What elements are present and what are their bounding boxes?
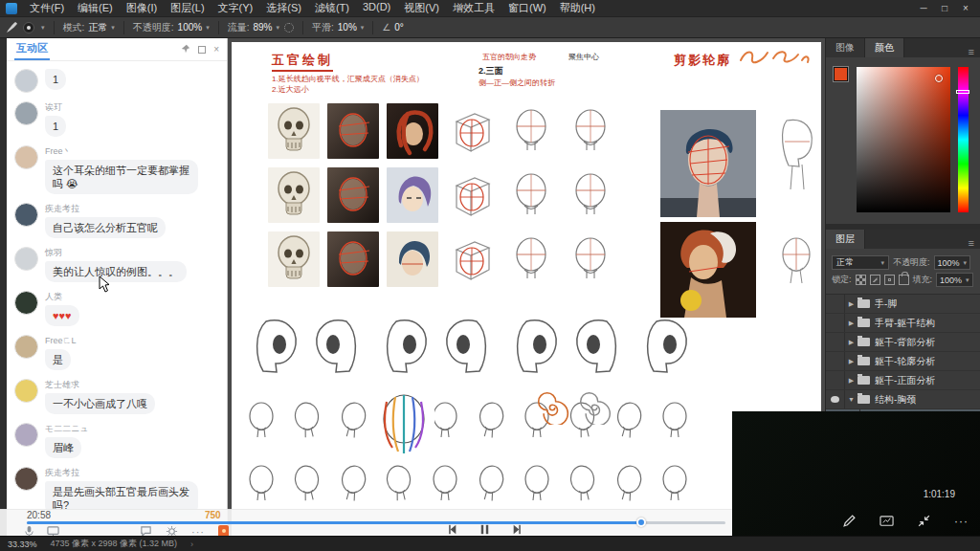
avatar[interactable] [14, 247, 38, 271]
layer-name: 手-脚 [875, 298, 897, 311]
expand-caret-icon[interactable] [845, 320, 858, 327]
menu-item[interactable]: 图层(L) [164, 1, 211, 15]
menu-item[interactable]: 文件(F) [23, 1, 71, 15]
ref-image-sketch [565, 103, 616, 159]
tab-image[interactable]: 图像 [826, 38, 865, 57]
pause-button[interactable] [478, 522, 492, 537]
visibility-toggle[interactable] [826, 314, 845, 332]
expand-caret-icon[interactable] [845, 396, 858, 403]
brush-tool-icon[interactable] [6, 21, 18, 33]
mouse-cursor [99, 276, 110, 297]
chat-username: FreeㄈL [45, 335, 77, 347]
expand-caret-icon[interactable] [845, 377, 858, 385]
saturation-picker[interactable] [857, 67, 950, 212]
lock-pixels-icon[interactable] [870, 275, 880, 285]
board-icon[interactable] [880, 514, 894, 528]
hue-marker[interactable] [956, 90, 969, 94]
ref-image-sketch [565, 231, 616, 287]
layer-opacity-value[interactable]: 100%▾ [934, 255, 971, 270]
layer-row[interactable]: 躯干-背部分析 [826, 333, 980, 352]
skip-back-button[interactable] [446, 522, 460, 537]
annotate-pen-icon[interactable] [842, 514, 857, 528]
brush-angle-control[interactable]: ∠ 0° [382, 22, 404, 33]
layers-panel: 图层 ≡ 正常▾ 不透明度: 100%▾ 锁定: [826, 230, 980, 429]
more-icon[interactable]: ··· [954, 515, 969, 528]
maximize-button[interactable]: □ [936, 3, 953, 13]
avatar[interactable] [14, 101, 38, 125]
pin-icon[interactable] [181, 44, 190, 55]
visibility-toggle[interactable] [826, 371, 845, 389]
angle-study-head [243, 398, 279, 442]
minimize-button[interactable]: ─ [915, 3, 932, 13]
lock-position-icon[interactable] [884, 275, 895, 285]
shrink-icon[interactable] [917, 514, 931, 528]
close-button[interactable]: × [957, 3, 974, 13]
avatar[interactable] [14, 291, 38, 315]
popout-icon[interactable] [198, 46, 206, 54]
zoom-level[interactable]: 33.33% [8, 540, 37, 549]
panel-menu-icon[interactable]: ≡ [963, 237, 980, 249]
menu-item[interactable]: 增效工具 [446, 1, 501, 15]
flow-control[interactable]: 流量: 89% ▾ [228, 21, 279, 34]
menu-item[interactable]: 文字(Y) [212, 1, 260, 15]
chevron-down-icon: ▾ [276, 24, 279, 32]
menu-item[interactable]: 帮助(H) [553, 1, 602, 15]
tab-layers[interactable]: 图层 [826, 230, 865, 249]
chat-close-icon[interactable]: × [213, 44, 219, 55]
blend-mode-dropdown[interactable]: 正常▾ [832, 255, 889, 270]
silhouette-title: 剪影轮廓 [674, 52, 731, 69]
hue-slider[interactable] [958, 67, 969, 212]
menu-item[interactable]: 滤镜(T) [308, 1, 356, 15]
brush-preset-preview[interactable] [23, 22, 34, 33]
visibility-toggle[interactable] [826, 352, 845, 370]
layer-row[interactable]: 躯干-轮廓分析 [826, 352, 980, 371]
lock-all-icon[interactable] [899, 275, 909, 285]
foreground-color-swatch[interactable] [834, 67, 848, 81]
chat-tab-interaction[interactable]: 互动区 [14, 38, 50, 60]
menu-item[interactable]: 图像(I) [120, 1, 164, 15]
ref-image-art-warm [387, 103, 438, 159]
visibility-toggle[interactable] [826, 390, 845, 408]
panel-menu-icon[interactable]: ≡ [963, 46, 980, 57]
progress-bar[interactable] [27, 521, 725, 524]
layer-row[interactable]: 结构-胸颈 [826, 390, 980, 409]
progress-handle[interactable] [636, 518, 646, 527]
visibility-toggle[interactable] [826, 295, 845, 313]
blend-mode-select[interactable]: 模式: 正常 ▾ [63, 21, 115, 34]
avatar[interactable] [14, 203, 38, 227]
workspace: 互动区 × 1 [0, 38, 980, 536]
layer-name: 躯干-背部分析 [875, 336, 935, 349]
menu-item[interactable]: 视图(V) [397, 1, 446, 15]
airbrush-icon[interactable] [284, 23, 294, 33]
avatar[interactable] [14, 69, 38, 93]
avatar[interactable] [14, 379, 38, 403]
menu-item[interactable]: 3D(D) [356, 1, 397, 15]
avatar[interactable] [14, 467, 38, 491]
menu-item[interactable]: 编辑(E) [71, 1, 120, 15]
avatar[interactable] [14, 423, 38, 447]
avatar[interactable] [14, 335, 38, 359]
menu-item[interactable]: 窗口(W) [501, 1, 553, 15]
lock-transparency-icon[interactable] [856, 275, 866, 285]
expand-caret-icon[interactable] [845, 358, 858, 365]
tab-color[interactable]: 颜色 [865, 38, 904, 57]
smoothing-control[interactable]: 平滑: 10% ▾ [312, 21, 364, 34]
avatar[interactable] [14, 145, 38, 169]
skip-forward-button[interactable] [509, 522, 523, 537]
layer-row[interactable]: 手臂-躯干结构 [826, 314, 980, 333]
ref-image-art-pale [387, 231, 438, 287]
webcam-video-area[interactable]: 1:01:19 ··· [732, 411, 980, 536]
layer-fill-value[interactable]: 100%▾ [936, 273, 973, 287]
layer-row[interactable]: 躯干-正面分析 [826, 371, 980, 390]
expand-caret-icon[interactable] [845, 339, 858, 346]
expand-caret-icon[interactable] [845, 300, 858, 308]
visibility-toggle[interactable] [826, 333, 845, 351]
color-picker-ring[interactable] [935, 75, 943, 82]
menu-item[interactable]: 选择(S) [259, 1, 308, 15]
layer-row[interactable]: 手-脚 [826, 295, 980, 314]
opacity-control[interactable]: 不透明度: 100% ▾ [133, 21, 210, 34]
status-bar: 33.33% 4735 像素 x 2998 像素 (1.32 MB) › [0, 536, 980, 551]
status-arrow-icon[interactable]: › [190, 540, 193, 549]
chat-username: 惊羽 [45, 247, 62, 259]
ref-image-skull [268, 231, 320, 287]
